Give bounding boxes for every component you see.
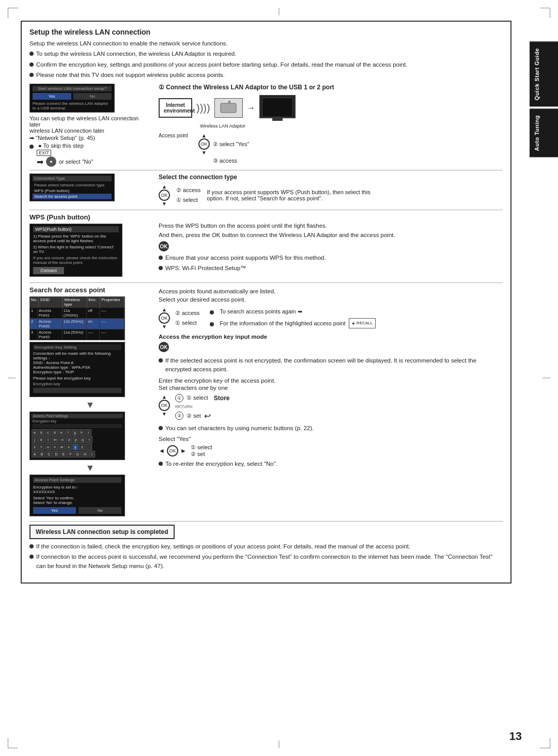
corner-mark-br <box>540 738 550 748</box>
key-E: E <box>60 451 67 458</box>
search-left: Search for access point No. SSID Wireles… <box>29 286 151 518</box>
key-b: b <box>38 429 44 436</box>
you-can-setup-text: You can setup the wireless LAN connectio… <box>29 115 151 128</box>
up-arrow-store: ▲ <box>162 394 167 400</box>
sidebar-tab-auto-tuning[interactable]: Auto Tuning <box>530 108 558 157</box>
network-setup-ref: ➡ "Network Setup" (p. 45) <box>29 135 151 141</box>
conn-type-steps: ② access ① select <box>176 187 200 203</box>
adapter-box <box>214 98 243 118</box>
nav-arrows-step2: ▲ OK ▼ <box>198 133 210 155</box>
conn-type-right: Select the connection type ▲ OK ▼ ② acce… <box>159 174 503 207</box>
ok-btn-step2: OK <box>198 138 210 150</box>
divider-4 <box>29 521 503 522</box>
start-btn-yes: Yes <box>33 93 71 100</box>
step2-label: ② select "Yes" <box>213 141 250 148</box>
circled-1: ① <box>175 394 183 402</box>
conn-type-nav: ▲ OK ▼ ② access ① select If your access … <box>159 184 503 207</box>
numeric-note-text: You can set characters by using numeric … <box>165 424 314 433</box>
conn-type-nav-arrows: ▲ OK ▼ <box>159 184 170 207</box>
keyboard-row-3: s t u v w x y z <box>32 444 123 450</box>
key-i: i <box>85 429 91 436</box>
key-w: w <box>58 444 65 450</box>
bullet-icon-3 <box>29 73 34 77</box>
select-yes-text: Select "Yes" <box>159 436 503 442</box>
reg-mark-right <box>542 378 550 379</box>
ap-table: No. SSID Wireless type Enc. Properties 1… <box>29 296 125 340</box>
wifi-waves: )))) <box>196 102 210 114</box>
section-title: Setup the wireless LAN connection <box>29 28 503 36</box>
conn-type-header: Connection Type <box>33 176 112 181</box>
diagram-labels: Wireless LAN Adaptor <box>200 123 503 129</box>
ap-cell-props-3: ---- <box>100 329 125 340</box>
yes-select-step: ① select <box>191 444 212 451</box>
intro-text: Setup the wireless LAN connection to ena… <box>29 39 503 48</box>
search-select-step: ① select <box>175 320 199 326</box>
completion-bullet1: If the connection is failed, check the e… <box>29 542 503 551</box>
step1-right: ① Connect the Wireless LAN Adaptor to th… <box>159 84 503 167</box>
corner-mark-bl <box>8 738 18 748</box>
step2-row: ▲ OK ▼ ② select "Yes" <box>198 133 250 155</box>
start-screen-header: Start wireless LAN connection setup? <box>33 86 112 91</box>
search-section: Search for access point No. SSID Wireles… <box>29 286 503 518</box>
connect-arrow: → <box>247 103 255 113</box>
wps-bullet2: WPS: Wi-Fi Protected Setup™ <box>159 264 503 273</box>
internet-box: Internetenvironment <box>159 98 192 118</box>
yesno-title: Access Point Settings <box>33 477 121 483</box>
numeric-note: You can set characters by using numeric … <box>159 424 503 433</box>
enc-ssid: SSID : Access Point A <box>33 360 121 365</box>
wps-connect-btn: Connect <box>33 267 64 274</box>
wps-note: If your access point supports WPS (Push … <box>207 189 372 201</box>
ap-cell-props-1: ---- <box>100 308 125 318</box>
enc-note-bullet-icon <box>159 358 163 363</box>
wireless-lan-adaptor-label: Wireless LAN Adaptor <box>200 123 245 129</box>
key-m: m <box>52 436 59 443</box>
completion-bullet2: If connection to the access point is suc… <box>29 553 503 571</box>
search-again-row: To search access points again ➡ <box>210 308 376 315</box>
bullet-3: Please note that this TV does not suppor… <box>29 71 503 80</box>
step1-title: ① Connect the Wireless LAN Adaptor to th… <box>159 84 503 91</box>
adapter-col <box>214 98 243 118</box>
ap-cell-ssid-1: Access Point1 <box>38 308 63 318</box>
corner-mark-tl <box>8 8 18 18</box>
key-u: u <box>45 444 51 450</box>
recall-label: RECALL <box>357 321 373 325</box>
ap-cell-enc-3: ---- <box>87 329 100 340</box>
exit-row: EXIT <box>37 150 151 155</box>
svg-rect-1 <box>228 101 230 104</box>
wps-section: WPS (Push button) WPS(Push button) 1) Pl… <box>29 213 151 279</box>
wps-desc: Press the WPS button on the access point… <box>159 213 503 279</box>
internet-label: Internetenvironment <box>164 102 187 114</box>
key-I: I <box>89 451 95 458</box>
set-chars-text: Set characters one by one <box>159 385 503 391</box>
conn-select-step: ① select <box>176 197 200 203</box>
wps-line2: 2) When the light is flashing select 'Co… <box>33 245 119 254</box>
key-d: d <box>52 429 58 436</box>
access-point-label: Access point <box>159 133 188 138</box>
key-v: v <box>52 444 58 450</box>
key-o: o <box>66 436 72 443</box>
key-space <box>86 444 92 450</box>
set-row: ② ② set ↩ <box>175 411 229 421</box>
enc-input-label: Encryption key <box>33 382 121 386</box>
divider-1 <box>29 170 503 170</box>
numeric-bullet <box>159 426 163 430</box>
yes-nav-arrows: ◄ OK ► <box>159 445 187 456</box>
conn-type-section: Connection Type Please select network co… <box>29 174 503 207</box>
keyboard-screen: Access Point Settings Encryption key a b… <box>29 412 125 460</box>
select-conn-type-title: Select the connection type <box>159 174 503 181</box>
ap-col-ssid: SSID <box>39 297 63 307</box>
start-screen-note: Please connect the wireless LAN adaptor … <box>33 101 112 111</box>
reg-mark-bottom <box>279 741 280 748</box>
keyboard-title: Access Point Settings <box>32 414 123 418</box>
recall-btn[interactable]: + RECALL <box>349 318 376 328</box>
store-label: Store <box>214 395 230 402</box>
key-h: h <box>79 429 85 436</box>
wps-screen: WPS(Push button) 1) Please press the 'WP… <box>29 224 122 277</box>
info-text: For the information of the highlighted a… <box>220 320 345 326</box>
conn-type-screen: Connection Type Please select network co… <box>29 174 115 201</box>
bullet-icon-wps1 <box>159 256 163 260</box>
keyboard-row-1: a b c d e f g h i <box>32 429 123 436</box>
yesno-screen: Access Point Settings Encryption key is … <box>29 475 125 516</box>
enc-key-title: Access the encryption key input mode <box>159 334 503 340</box>
sidebar-tab-quick-start[interactable]: Quick Start Guide <box>530 41 558 106</box>
